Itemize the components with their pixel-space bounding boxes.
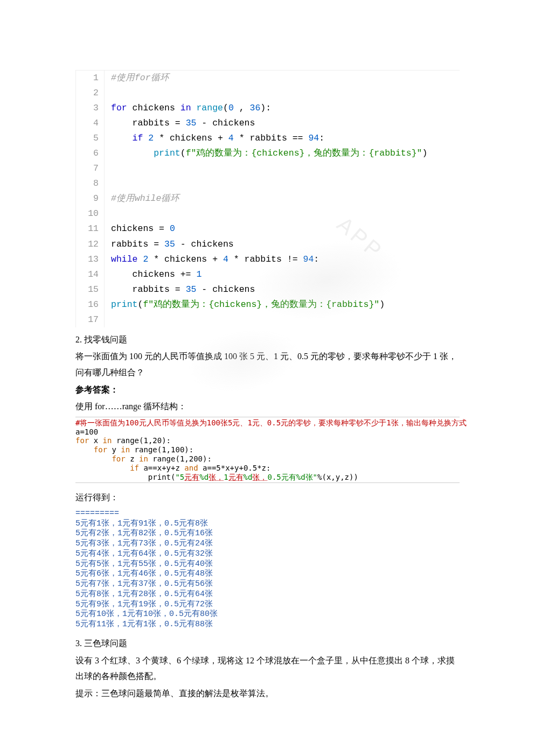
code-line: 1#使用for循环 [76, 71, 460, 86]
code-line: 17 [76, 312, 460, 327]
line-number: 8 [76, 176, 105, 191]
code-line: a=100 [75, 428, 460, 437]
code-line: 5 if 2 * chickens + 4 * rabbits == 94: [76, 131, 460, 146]
code-text: if 2 * chickens + 4 * rabbits == 94: [105, 131, 324, 146]
line-number: 10 [76, 206, 105, 221]
code-text: #使用for循环 [105, 71, 169, 86]
output-line: 5元有2张，1元有82张，0.5元有16张 [75, 529, 460, 539]
line-number: 12 [76, 237, 105, 252]
section-3-hint: 提示：三色球问题最简单、直接的解法是枚举算法。 [75, 685, 460, 702]
line-number: 5 [76, 131, 105, 146]
program-output: =========5元有1张，1元有91张，0.5元有8张5元有2张，1元有82… [75, 509, 460, 630]
line-number: 1 [76, 71, 105, 86]
line-number: 14 [76, 267, 105, 282]
code-line: 12rabbits = 35 - chickens [76, 237, 460, 252]
code-text: #使用while循环 [105, 191, 179, 206]
output-line: 5元有4张，1元有64张，0.5元有32张 [75, 549, 460, 559]
code-line: 3for chickens in range(0 , 36): [76, 101, 460, 116]
code-line: 15 rabbits = 35 - chickens [76, 282, 460, 297]
output-line: 5元有5张，1元有55张，0.5元有40张 [75, 559, 460, 570]
code-text [105, 161, 116, 176]
output-line: 5元有8张，1元有28张，0.5元有64张 [75, 590, 460, 600]
line-number: 16 [76, 297, 105, 312]
line-number: 2 [76, 86, 105, 101]
code-line: if a==x+y+z and a==5*x+y+0.5*z: [75, 464, 460, 473]
code-text: while 2 * chickens + 4 * rabbits != 94: [105, 252, 319, 267]
code-text [105, 86, 116, 101]
line-number: 17 [76, 312, 105, 327]
code-line: print("5元有%d张，1元有%d张，0.5元有%d张"%(x,y,z)) [75, 473, 460, 482]
code-line: 7 [76, 161, 460, 176]
output-line: 5元有3张，1元有73张，0.5元有24张 [75, 539, 460, 549]
code-line: 6 print(f"鸡的数量为：{chickens}，兔的数量为：{rabbit… [76, 146, 460, 161]
section-2-method: 使用 for……range 循环结构： [75, 398, 460, 415]
section-2-heading: 2. 找零钱问题 [75, 332, 460, 348]
code-line: 9#使用while循环 [76, 191, 460, 206]
code-text: print(f"鸡的数量为：{chickens}，兔的数量为：{rabbits}… [105, 297, 385, 312]
line-number: 9 [76, 191, 105, 206]
section-3-problem: 设有 3 个红球、3 个黄球、6 个绿球，现将这 12 个球混放在一个盒子里，从… [75, 653, 460, 684]
code-text: chickens += 1 [105, 267, 202, 282]
line-number: 7 [76, 161, 105, 176]
code-block-change: #将一张面值为100元人民币等值兑换为100张5元、1元、0.5元的零钞，要求每… [75, 417, 460, 484]
code-line: 14 chickens += 1 [76, 267, 460, 282]
output-line: 5元有10张，1元有10张，0.5元有80张 [75, 610, 460, 620]
section-2-problem: 将一张面值为 100 元的人民币等值换成 100 张 5 元、1 元、0.5 元… [75, 348, 460, 380]
code-text: rabbits = 35 - chickens [105, 237, 234, 252]
code-text: chickens = 0 [105, 221, 175, 236]
code-block-for-while: 1#使用for循环2 3for chickens in range(0 , 36… [75, 70, 460, 327]
output-line: 5元有7张，1元有37张，0.5元有56张 [75, 579, 460, 590]
code-text [105, 312, 116, 327]
code-line: 4 rabbits = 35 - chickens [76, 116, 460, 131]
code-text: for chickens in range(0 , 36): [105, 101, 271, 116]
code-line: 8 [76, 176, 460, 191]
line-number: 11 [76, 221, 105, 236]
output-separator: ========= [75, 509, 460, 519]
line-number: 3 [76, 101, 105, 116]
code-line: 2 [76, 86, 460, 101]
answer-label: 参考答案： [75, 382, 460, 398]
code-line: for x in range(1,20): [75, 436, 460, 445]
output-line: 5元有11张，1元有1张，0.5元有88张 [75, 620, 460, 630]
line-number: 13 [76, 252, 105, 267]
output-line: 5元有9张，1元有19张，0.5元有72张 [75, 600, 460, 610]
code-line: for z in range(1,200): [75, 454, 460, 464]
line-number: 15 [76, 282, 105, 297]
code-text [105, 206, 116, 221]
code-text: rabbits = 35 - chickens [105, 282, 255, 297]
line-number: 4 [76, 116, 105, 131]
code-line: 10 [76, 206, 460, 221]
code-text: rabbits = 35 - chickens [105, 116, 255, 131]
code-line: 13while 2 * chickens + 4 * rabbits != 94… [76, 252, 460, 267]
line-number: 6 [76, 146, 105, 161]
code-line: for y in range(1,100): [75, 445, 460, 454]
code-text: print(f"鸡的数量为：{chickens}，兔的数量为：{rabbits}… [105, 146, 427, 161]
output-label: 运行得到： [75, 489, 460, 506]
code-line: 16print(f"鸡的数量为：{chickens}，兔的数量为：{rabbit… [76, 297, 460, 312]
output-line: 5元有1张，1元有91张，0.5元有8张 [75, 519, 460, 529]
code-text [105, 176, 116, 191]
output-line: 5元有6张，1元有46张，0.5元有48张 [75, 569, 460, 579]
code-line: 11chickens = 0 [76, 221, 460, 236]
code-line: #将一张面值为100元人民币等值兑换为100张5元、1元、0.5元的零钞，要求每… [75, 418, 460, 428]
section-3-heading: 3. 三色球问题 [75, 635, 460, 652]
